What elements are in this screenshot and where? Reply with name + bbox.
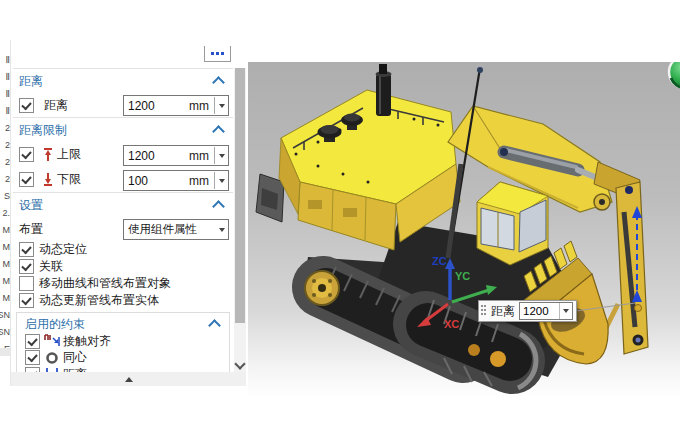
distance-tag-input[interactable] xyxy=(520,304,559,318)
concentric-icon xyxy=(44,351,61,365)
x-axis-label: XC xyxy=(444,318,459,330)
strip-fragment: M xyxy=(0,273,10,290)
update-routing-checkbox[interactable] xyxy=(19,293,34,308)
panel-resize-handle[interactable] xyxy=(125,377,133,382)
dialog-overflow-button[interactable] xyxy=(204,46,231,62)
dialog-header xyxy=(13,40,233,69)
dropdown-arrow-icon[interactable] xyxy=(559,303,572,319)
strip-fragment: Ⅱ xyxy=(0,86,10,103)
constraint-item-concentric: 同心 xyxy=(17,350,229,367)
graphics-viewport[interactable]: ZC YC XC 距离 xyxy=(248,62,680,444)
dropdown-arrow-icon[interactable] xyxy=(215,228,228,232)
strip-fragment: Ⅱ xyxy=(0,52,10,69)
lower-limit-value-input[interactable] xyxy=(124,174,176,188)
layout-label: 布置 xyxy=(19,221,43,238)
constraint-anchor-point xyxy=(635,305,642,312)
enabled-constraints-header[interactable]: 启用的约束 xyxy=(17,313,229,333)
section-title: 距离限制 xyxy=(19,122,214,139)
section-title: 设置 xyxy=(19,197,214,214)
lower-limit-unit-label: mm xyxy=(176,174,214,188)
upper-limit-icon xyxy=(42,147,54,162)
check-label: 动态定位 xyxy=(39,241,87,258)
upper-limit-value-input[interactable] xyxy=(124,149,176,163)
idler-wheel xyxy=(490,351,506,367)
distance-label: 距离 xyxy=(44,97,68,114)
touch-align-checkbox[interactable] xyxy=(25,334,40,349)
strip-fragment: M xyxy=(0,256,10,273)
dropdown-arrow-icon[interactable] xyxy=(215,154,228,158)
associative-checkbox[interactable] xyxy=(19,259,34,274)
check-label: 关联 xyxy=(39,258,63,275)
distance-tag-field[interactable] xyxy=(519,302,573,320)
assembly-constraint-dialog: 距离 距离 mm 距离限制 上限 xyxy=(10,40,246,386)
strip-fragment: 2 xyxy=(0,171,10,188)
distance-floating-tag[interactable]: 距离 xyxy=(478,300,577,322)
panel-scrollbar[interactable] xyxy=(234,68,246,372)
strip-fragment: 2 xyxy=(0,120,10,137)
upper-limit-checkbox[interactable] xyxy=(19,147,34,162)
upper-limit-label: 上限 xyxy=(57,146,81,163)
dialog-bottom-bar xyxy=(11,372,246,386)
distance-row: 距离 mm xyxy=(13,93,233,117)
associative-row: 关联 xyxy=(13,258,233,274)
constraint-label: 同心 xyxy=(63,349,87,366)
lower-limit-label: 下限 xyxy=(57,171,81,188)
check-label: 移动曲线和管线布置对象 xyxy=(39,275,171,292)
distance-value-field[interactable]: mm xyxy=(123,95,229,116)
distance-tag-label: 距离 xyxy=(491,303,515,320)
upper-limit-value-field[interactable]: mm xyxy=(123,145,229,166)
section-header-distance[interactable]: 距离 xyxy=(13,69,233,93)
strip-fragment: SN xyxy=(0,324,10,341)
z-axis-label: ZC xyxy=(432,255,447,267)
strip-fragment: Ⅱ xyxy=(0,69,10,86)
constraint-label: 接触对齐 xyxy=(63,333,111,350)
check-label: 动态更新管线布置实体 xyxy=(39,292,159,309)
strip-footer xyxy=(0,348,10,356)
strip-fragment: Ⅱ xyxy=(0,103,10,120)
move-curves-checkbox[interactable] xyxy=(19,276,34,291)
scrollbar-down-button[interactable] xyxy=(234,358,246,372)
distance-checkbox[interactable] xyxy=(19,98,34,113)
strip-fragment: M xyxy=(0,290,10,307)
group-title: 启用的约束 xyxy=(25,316,210,333)
concentric-checkbox[interactable] xyxy=(25,350,40,365)
drag-grip-icon[interactable] xyxy=(481,305,487,317)
strip-fragment: 2. xyxy=(0,205,10,222)
scrollbar-thumb[interactable] xyxy=(235,68,245,323)
excavator-model[interactable] xyxy=(256,64,648,388)
lower-limit-row: 下限 mm xyxy=(13,167,233,192)
green-sphere-icon[interactable] xyxy=(669,62,680,88)
layout-dropdown[interactable]: 使用组件属性 xyxy=(123,219,229,240)
dropdown-arrow-icon[interactable] xyxy=(215,179,228,183)
layout-dropdown-value: 使用组件属性 xyxy=(124,222,215,237)
strip-fragment: E xyxy=(0,341,10,348)
move-curves-row: 移动曲线和管线布置对象 xyxy=(13,275,233,291)
lower-limit-value-field[interactable]: mm xyxy=(123,170,229,191)
dynamic-positioning-checkbox[interactable] xyxy=(19,242,34,257)
distance-value-input[interactable] xyxy=(124,99,176,113)
section-header-settings[interactable]: 设置 xyxy=(13,192,233,217)
section-title: 距离 xyxy=(19,73,214,90)
excavator-scene: ZC YC XC xyxy=(248,62,680,444)
strip-fragment: SN xyxy=(0,307,10,324)
distance-unit-label: mm xyxy=(176,99,214,113)
cab[interactable] xyxy=(477,182,548,265)
chevron-up-icon[interactable] xyxy=(212,125,225,138)
enabled-constraints-group: 启用的约束 接触对齐 同心 xyxy=(16,312,230,372)
chevron-up-icon[interactable] xyxy=(208,319,221,332)
strip-fragment: S xyxy=(0,188,10,205)
strip-fragment: 2 xyxy=(0,154,10,171)
constraint-item-touch-align: 接触对齐 xyxy=(17,333,229,350)
section-header-distance-limit[interactable]: 距离限制 xyxy=(13,117,233,142)
lower-limit-checkbox[interactable] xyxy=(19,172,34,187)
background-panel-strip: Ⅱ Ⅱ Ⅱ Ⅱ 2 2 2 2 S 2. M M M M M SN SN E xyxy=(0,52,10,348)
upper-limit-row: 上限 mm xyxy=(13,142,233,167)
strip-fragment: M xyxy=(0,222,10,239)
engine-housing[interactable] xyxy=(279,64,460,250)
lower-limit-icon xyxy=(42,172,54,187)
touch-align-icon xyxy=(44,334,61,348)
dropdown-arrow-icon[interactable] xyxy=(215,104,228,108)
upper-limit-unit-label: mm xyxy=(176,149,214,163)
chevron-up-icon[interactable] xyxy=(212,76,225,89)
chevron-up-icon[interactable] xyxy=(212,200,225,213)
